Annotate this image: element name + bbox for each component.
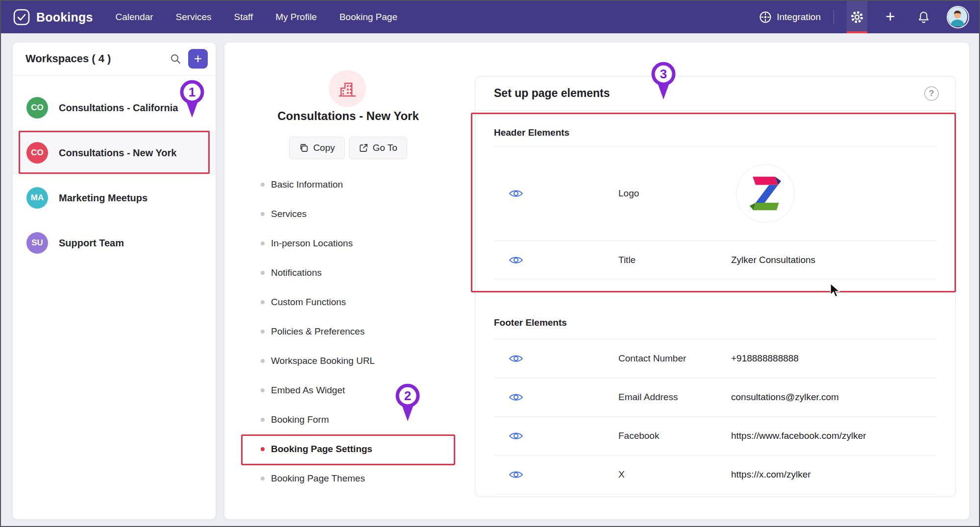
primary-nav: Calendar Services Staff My Profile Booki… [116, 12, 398, 23]
menu-label: Basic Information [271, 179, 343, 190]
workspace-detail-column: Consultations - New York Copy [224, 43, 472, 519]
workspace-actions: Copy Go To [224, 137, 472, 159]
workspace-avatar: CO [26, 142, 48, 164]
bullet-dot [261, 388, 265, 392]
workspace-name: Marketing Meetups [59, 192, 147, 204]
nav-my-profile[interactable]: My Profile [275, 12, 317, 23]
menu-label: In-person Locations [271, 238, 353, 249]
bullet-dot [261, 241, 265, 245]
nav-staff[interactable]: Staff [234, 12, 253, 23]
x-row: X https://x.com/zylker [494, 455, 937, 494]
workspace-list: CO Consultations - California CO Consult… [13, 75, 216, 265]
external-link-icon [359, 143, 368, 153]
menu-booking-page-themes[interactable]: Booking Page Themes [224, 464, 472, 493]
workspace-name: Support Team [59, 238, 124, 249]
workspace-avatar: CO [26, 97, 48, 119]
visibility-eye-icon[interactable] [509, 354, 523, 363]
bullet-dot [261, 359, 265, 363]
setup-page-elements-panel: Set up page elements ? Header Elements L… [475, 76, 956, 497]
copy-button[interactable]: Copy [289, 137, 344, 159]
notifications-bell-icon[interactable] [913, 1, 934, 33]
brand-name: Bookings [36, 10, 93, 24]
menu-notifications[interactable]: Notifications [224, 258, 472, 287]
app-window: Bookings Calendar Services Staff My Prof… [0, 0, 980, 527]
workspace-name: Consultations - California [59, 102, 178, 114]
go-to-button[interactable]: Go To [349, 137, 407, 159]
workspace-item-support-team[interactable]: SU Support Team [13, 220, 216, 265]
bullet-dot [261, 300, 265, 304]
row-value: https://x.com/zylker [731, 469, 811, 480]
zylker-logo [736, 164, 795, 223]
workspace-name: Consultations - New York [59, 147, 176, 159]
row-label: Email Address [618, 392, 678, 403]
workspace-building-icon [329, 70, 366, 107]
brand[interactable]: Bookings [1, 8, 93, 26]
bullet-dot [261, 212, 265, 216]
menu-label: Services [271, 209, 307, 219]
nav-booking-page[interactable]: Booking Page [340, 12, 397, 23]
bookings-logo-icon [13, 8, 30, 26]
menu-basic-information[interactable]: Basic Information [224, 170, 472, 199]
panel-header: Set up page elements ? [475, 76, 956, 111]
add-workspace-button[interactable]: + [188, 49, 208, 69]
workspace-item-marketing-meetups[interactable]: MA Marketing Meetups [13, 175, 216, 220]
navbar-divider [833, 10, 834, 24]
visibility-eye-icon[interactable] [509, 255, 523, 265]
nav-calendar[interactable]: Calendar [116, 12, 153, 23]
row-value: Zylker Consultations [731, 255, 815, 265]
help-icon[interactable]: ? [924, 86, 939, 101]
menu-label: Booking Page Settings [271, 444, 372, 455]
search-icon[interactable] [166, 49, 185, 69]
menu-label: Workspace Booking URL [271, 356, 375, 366]
visibility-eye-icon[interactable] [509, 431, 523, 441]
menu-booking-form[interactable]: Booking Form [224, 405, 472, 434]
nav-services[interactable]: Services [176, 12, 212, 23]
workspaces-title: Workspaces ( 4 ) [25, 52, 166, 65]
bullet-dot [261, 271, 265, 275]
visibility-eye-icon[interactable] [509, 470, 523, 479]
title-row: Title Zylker Consultations [494, 241, 937, 279]
go-to-label: Go To [373, 143, 397, 153]
visibility-eye-icon[interactable] [509, 392, 523, 402]
integration-label: Integration [777, 12, 821, 23]
row-label: Logo [618, 188, 639, 199]
settings-gear-icon[interactable] [847, 1, 867, 33]
panel-body: Header Elements Logo [475, 111, 956, 494]
workspace-avatar: SU [26, 232, 48, 254]
quick-add-icon[interactable]: + [880, 1, 901, 33]
workspace-item-consultations-new-york[interactable]: CO Consultations - New York [13, 130, 216, 175]
workspace-avatar: MA [26, 187, 48, 209]
bullet-dot [261, 330, 265, 334]
row-value: consultations@zylker.com [731, 392, 839, 403]
menu-label: Booking Form [271, 414, 329, 425]
user-avatar[interactable] [947, 6, 969, 28]
menu-workspace-booking-url[interactable]: Workspace Booking URL [224, 346, 472, 376]
menu-policies-preferences[interactable]: Policies & Preferences [224, 317, 472, 346]
menu-in-person-locations[interactable]: In-person Locations [224, 229, 472, 258]
menu-label: Booking Page Themes [271, 473, 365, 484]
integration-icon [759, 11, 772, 24]
integration-button[interactable]: Integration [759, 11, 821, 24]
menu-booking-page-settings[interactable]: Booking Page Settings [224, 434, 472, 464]
menu-label: Embed As Widget [271, 385, 345, 396]
menu-services[interactable]: Services [224, 199, 472, 229]
menu-label: Notifications [271, 267, 322, 278]
menu-embed-as-widget[interactable]: Embed As Widget [224, 376, 472, 405]
settings-active-indicator [847, 31, 867, 33]
row-value: https://www.facebook.com/zylker [731, 431, 866, 441]
workspace-item-consultations-california[interactable]: CO Consultations - California [13, 85, 216, 130]
menu-label: Custom Functions [271, 297, 346, 308]
row-label: Facebook [618, 431, 659, 441]
main-content-card: Consultations - New York Copy [224, 42, 970, 520]
workspace-title: Consultations - New York [224, 109, 472, 123]
contact-number-row: Contact Number +918888888888 [494, 339, 937, 378]
visibility-eye-icon[interactable] [509, 189, 523, 198]
row-label: X [618, 469, 625, 480]
navbar-right: Integration + [759, 1, 979, 33]
sidebar-header: Workspaces ( 4 ) + [13, 43, 216, 75]
menu-custom-functions[interactable]: Custom Functions [224, 287, 472, 317]
top-navbar: Bookings Calendar Services Staff My Prof… [1, 1, 979, 33]
footer-elements-heading: Footer Elements [494, 279, 937, 339]
workspaces-sidebar: Workspaces ( 4 ) + CO Consultations - Ca… [12, 42, 216, 520]
copy-icon [299, 143, 309, 153]
